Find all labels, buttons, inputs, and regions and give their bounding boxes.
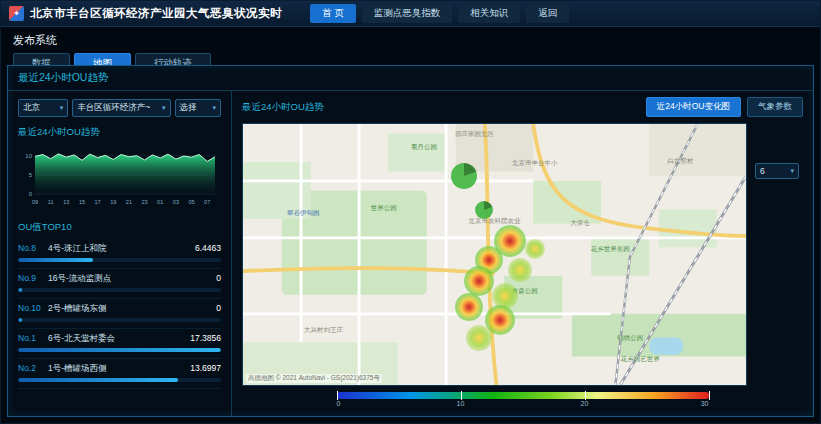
map-area[interactable]: 高德地图 © 2021 AutoNavi - GS(2021)6375号 邵庄家… [242,123,747,386]
map-attribution: 高德地图 © 2021 AutoNavi - GS(2021)6375号 [246,374,382,383]
main-panel: 最近24小时OU趋势 北京 ▾ 丰台区循环经济产~ ▾ 选择 ▾ [7,65,814,417]
list-item[interactable]: No.916号-流动监测点0 [18,269,221,299]
app-title: 北京市丰台区循环经济产业园大气恶臭状况实时 [30,6,282,21]
value-bar-fill [18,258,93,262]
svg-text:21: 21 [126,199,132,205]
select-value: 选择 [180,102,197,114]
station-name: 1号-槽罐场西侧 [48,363,186,375]
nav-home[interactable]: 首 页 [310,4,356,23]
map-row: 高德地图 © 2021 AutoNavi - GS(2021)6375号 邵庄家… [242,123,803,386]
legend-tick-mark [461,391,462,400]
legend-tick-mark [337,391,338,400]
rank-label: No.2 [18,363,48,373]
legend-tick-label: 0 [337,400,341,407]
city-select[interactable]: 北京 ▾ [18,99,68,117]
legend-tick-label: 20 [581,400,589,407]
rank-label: No.10 [18,303,48,313]
svg-text:10: 10 [25,153,32,159]
svg-text:5: 5 [29,172,33,178]
park-select[interactable]: 丰台区循环经济产~ ▾ [72,99,170,117]
station-name: 6号-北天堂村委会 [48,333,186,345]
value-bar-fill [18,348,221,352]
map-level-select[interactable]: 6 ▾ [755,163,799,179]
list-item[interactable]: No.102号-槽罐场东侧0 [18,299,221,329]
panel-body: 北京 ▾ 丰台区循环经济产~ ▾ 选择 ▾ 最近24小时OU趋势 0510091… [8,91,813,416]
value-bar-fill [18,378,178,382]
map-side-controls: 6 ▾ [755,123,803,386]
trend-chart-label: 最近24小时OU趋势 [18,126,221,139]
trend-chart: 0510091113151719212301030507 [18,142,220,212]
nav-odor-index[interactable]: 监测点恶臭指数 [362,4,453,23]
select-value: 北京 [23,102,40,114]
legend-gradient-bar [337,392,709,399]
map-buttons: 近24小时OU变化图 气象参数 [646,97,803,117]
svg-text:23: 23 [141,199,147,205]
station-name: 16号-流动监测点 [48,273,212,285]
legend-tick-mark [709,391,710,400]
svg-text:19: 19 [110,199,116,205]
top10-label: OU值TOP10 [18,221,221,234]
rank-label: No.9 [18,273,48,283]
value-bar-track [18,258,221,262]
ou-value: 6.4463 [195,243,221,253]
legend-tick-label: 10 [457,400,465,407]
app-logo-icon: ✦ [9,6,24,21]
chevron-down-icon: ▾ [790,167,794,175]
ou-value: 0 [216,303,221,313]
top10-list: No.84号-珠江上和院6.4463 No.916号-流动监测点0 No.102… [18,239,221,389]
ou-change-chart-button[interactable]: 近24小时OU变化图 [646,97,741,117]
top-nav: 首 页 监测点恶臭指数 相关知识 返回 [310,4,569,23]
select-value: 6 [760,166,765,176]
select-value: 丰台区循环经济产~ [77,102,150,114]
svg-text:0: 0 [29,191,33,197]
left-panel: 北京 ▾ 丰台区循环经济产~ ▾ 选择 ▾ 最近24小时OU趋势 0510091… [8,91,232,416]
filter-row: 北京 ▾ 丰台区循环经济产~ ▾ 选择 ▾ [18,99,221,117]
svg-text:17: 17 [94,199,100,205]
station-name: 2号-槽罐场东侧 [48,303,212,315]
nav-knowledge[interactable]: 相关知识 [458,4,520,23]
legend-tick-label: 30 [701,400,709,407]
station-select[interactable]: 选择 ▾ [175,99,221,117]
value-bar-fill [18,288,22,292]
value-bar-track [18,378,221,382]
map-basemap [243,124,746,385]
nav-back[interactable]: 返回 [526,4,569,23]
station-name: 4号-珠江上和院 [48,243,191,255]
svg-text:15: 15 [79,199,85,205]
app-window: ✦ 北京市丰台区循环经济产业园大气恶臭状况实时 首 页 监测点恶臭指数 相关知识… [0,0,821,424]
rank-label: No.1 [18,333,48,343]
chevron-down-icon: ▾ [162,104,166,112]
chevron-down-icon: ▾ [212,104,216,112]
rank-label: No.8 [18,243,48,253]
svg-text:11: 11 [48,199,54,205]
ou-value: 0 [216,273,221,283]
svg-text:13: 13 [63,199,69,205]
svg-text:01: 01 [157,199,163,205]
top-header: ✦ 北京市丰台区循环经济产业园大气恶臭状况实时 首 页 监测点恶臭指数 相关知识… [1,1,820,27]
map-panel: 最近24小时OU趋势 近24小时OU变化图 气象参数 [232,91,813,416]
chevron-down-icon: ▾ [60,104,64,112]
legend-tick-mark [585,391,586,400]
map-header: 最近24小时OU趋势 近24小时OU变化图 气象参数 [242,97,803,117]
panel-title: 最近24小时OU趋势 [8,66,813,91]
value-bar-track [18,318,221,322]
svg-text:09: 09 [32,199,38,205]
list-item[interactable]: No.16号-北天堂村委会17.3856 [18,329,221,359]
ou-value: 13.6997 [190,363,221,373]
svg-text:05: 05 [188,199,194,205]
weather-params-button[interactable]: 气象参数 [747,97,803,117]
map-title: 最近24小时OU趋势 [242,101,324,114]
legend-ticks: 0102030 [337,400,709,410]
heat-legend: 0102030 [337,392,709,410]
publish-system-label: 发布系统 [13,33,808,48]
ou-value: 17.3856 [190,333,221,343]
svg-text:03: 03 [173,199,179,205]
value-bar-track [18,288,221,292]
value-bar-fill [18,318,22,322]
list-item[interactable]: No.84号-珠江上和院6.4463 [18,239,221,269]
svg-text:07: 07 [204,199,210,205]
list-item[interactable]: No.21号-槽罐场西侧13.6997 [18,359,221,389]
value-bar-track [18,348,221,352]
